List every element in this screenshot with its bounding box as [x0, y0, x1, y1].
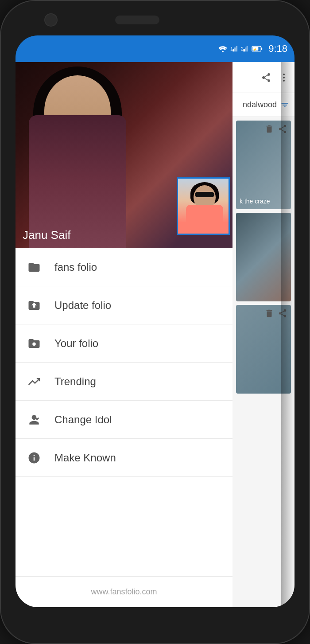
thumb-glasses — [195, 192, 214, 197]
your-folio-icon — [26, 336, 42, 351]
profile-name: Janu Saif — [23, 228, 70, 242]
card-1-actions — [264, 124, 287, 134]
your-folio-label: Your folio — [54, 337, 98, 350]
fans-folio-icon — [26, 259, 42, 275]
svg-point-7 — [283, 74, 285, 75]
footer-url: www.fansfolio.com — [91, 587, 157, 596]
svg-rect-4 — [261, 47, 263, 50]
profile-thumbnail[interactable] — [177, 177, 230, 235]
change-idol-icon — [26, 412, 42, 428]
filter-bar: ndalwood — [232, 93, 294, 117]
svg-point-10 — [32, 342, 36, 346]
earpiece-speaker — [115, 16, 159, 24]
wifi-icon — [218, 45, 228, 52]
fans-folio-label: fans folio — [54, 261, 97, 273]
cards-list: k the craze — [232, 117, 294, 397]
battery-icon: ⚡ — [252, 45, 263, 52]
svg-point-9 — [283, 80, 285, 82]
svg-text:1: 1 — [230, 46, 233, 51]
signal1-icon: 1 — [230, 45, 238, 52]
menu-item-make-known[interactable]: Make Known — [16, 439, 232, 477]
phone-screen: 1 2 ⚡ 9:18 — [16, 35, 294, 607]
card-1-delete-icon[interactable] — [264, 124, 274, 134]
card-1-text: k the craze — [240, 198, 287, 205]
menu-item-your-folio[interactable]: Your folio — [16, 324, 232, 363]
more-options-icon[interactable] — [279, 72, 289, 83]
card-2 — [236, 213, 291, 301]
right-panel: ndalwood — [232, 62, 294, 607]
svg-point-0 — [222, 51, 224, 52]
drawer-footer: www.fansfolio.com — [16, 576, 232, 607]
card-3-share-icon[interactable] — [278, 308, 287, 318]
svg-text:2: 2 — [241, 46, 244, 51]
card-3 — [236, 305, 291, 394]
screen-area: ndalwood — [16, 62, 294, 607]
change-idol-label: Change Idol — [54, 414, 112, 426]
drawer-hero-bg: Janu Saif — [16, 62, 232, 248]
make-known-label: Make Known — [54, 452, 116, 464]
signal2-icon: 2 — [241, 45, 249, 52]
svg-point-8 — [283, 77, 285, 78]
card-1: k the craze — [236, 121, 291, 209]
status-icons: 1 2 ⚡ 9:18 — [218, 43, 287, 55]
menu-item-trending[interactable]: Trending — [16, 363, 232, 401]
card-3-delete-icon[interactable] — [264, 308, 274, 318]
card-3-actions — [264, 308, 287, 318]
update-folio-label: Update folio — [54, 299, 111, 312]
thumbnail-image — [178, 179, 229, 234]
menu-item-fans-folio[interactable]: fans folio — [16, 248, 232, 286]
card-1-share-icon[interactable] — [278, 124, 287, 134]
svg-text:⚡: ⚡ — [253, 47, 257, 51]
drawer-hero: Janu Saif — [16, 62, 232, 248]
update-folio-icon — [26, 297, 42, 313]
trending-label: Trending — [54, 375, 96, 388]
filter-text: ndalwood — [243, 100, 277, 109]
front-camera — [44, 13, 58, 27]
drawer-menu-list: fans folio Update folio — [16, 248, 232, 576]
right-toolbar — [232, 62, 294, 93]
navigation-drawer: Janu Saif fans folio — [16, 62, 232, 607]
thumb-body — [186, 205, 223, 234]
phone-device: 1 2 ⚡ 9:18 — [0, 0, 310, 644]
status-bar: 1 2 ⚡ 9:18 — [16, 35, 294, 62]
trending-icon — [26, 374, 42, 390]
make-known-icon — [26, 450, 42, 466]
menu-item-update-folio[interactable]: Update folio — [16, 286, 232, 324]
filter-icon[interactable] — [280, 101, 289, 109]
share-icon[interactable] — [261, 72, 271, 83]
status-time: 9:18 — [268, 43, 287, 55]
menu-item-change-idol[interactable]: Change Idol — [16, 401, 232, 439]
